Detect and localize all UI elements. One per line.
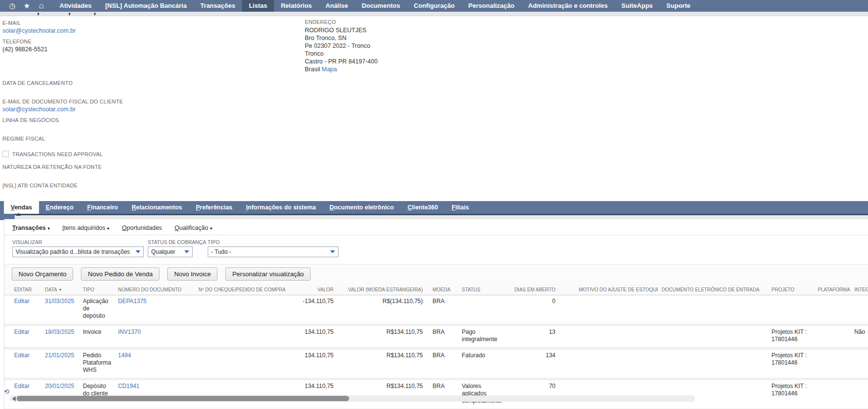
scrollbar-thumb[interactable] (17, 396, 349, 401)
cell-link[interactable]: INV1370 (118, 328, 141, 335)
cell-link[interactable]: Editar (14, 298, 29, 305)
nav-item[interactable]: Análise (319, 0, 355, 12)
cell-link[interactable]: 20/01/2025 (45, 383, 74, 389)
nav-item[interactable]: Relatórios (274, 0, 319, 12)
table-header-cell[interactable]: DOCUMENTO ELETRÔNICO DE ENTRADA (658, 284, 768, 295)
cell-link[interactable]: Editar (14, 383, 29, 389)
cell-text: 134 (546, 352, 555, 359)
address-block: ENDEREÇO RODRIGO SLEUTJESBro Tronco, SNP… (305, 19, 377, 73)
cell-text: 70 (549, 383, 555, 389)
nav-item[interactable]: [NSL] Automação Bancária (99, 0, 194, 12)
nav-item[interactable]: Transações (194, 0, 242, 12)
table-cell: 13 (507, 325, 575, 348)
scroll-left-arrow-icon[interactable] (12, 396, 16, 401)
subtab-itens-adquiridos[interactable]: Itens adquiridos (62, 225, 109, 231)
table-header-cell[interactable]: DIAS EM ABERTO (507, 284, 575, 295)
nav-item[interactable]: Listas (242, 0, 274, 12)
cell-text: Projetos KIT : 17801446 (771, 383, 807, 397)
table-cell: BRA (429, 379, 458, 409)
tab-documento-eletr-nico[interactable]: Documento eletrônico (323, 201, 401, 214)
personalizar-visualiza-o-button[interactable]: Personalizar visualização (225, 267, 311, 281)
subtab-oportunidades[interactable]: Oportunidades (122, 225, 162, 231)
table-cell: Editar (4, 295, 41, 325)
table-row: Editar20/01/2025Depósito do clienteCD194… (4, 379, 868, 409)
novo-or-amento-button[interactable]: Novo Orçamento (12, 267, 73, 281)
table-body: Editar31/03/2025Aplicação de depósitoDEP… (4, 295, 868, 409)
table-cell: Editar (4, 379, 41, 409)
clock-icon[interactable]: ◷ (5, 0, 20, 12)
map-link[interactable]: Mapa (322, 66, 337, 73)
nav-item[interactable]: Atividades (53, 0, 99, 12)
email-link[interactable]: solar@cystechsolar.com.br (2, 27, 76, 34)
tab-financeiro[interactable]: Financeiro (80, 201, 125, 214)
address-country: Brasil (305, 66, 320, 73)
horizontal-scrollbar[interactable] (10, 395, 695, 402)
table-cell: Editar (4, 325, 41, 348)
cell-link[interactable]: 21/01/2025 (45, 352, 74, 359)
subtab-indicator-dot (107, 227, 109, 229)
field-label: [NSL] ATB CONTA ENTIDADE (2, 183, 78, 188)
table-header-cell[interactable]: Nº DO CHEQUE/PEDIDO DE COMPRA (195, 284, 290, 295)
transactions-need-approval-checkbox[interactable] (2, 151, 9, 157)
table-header-cell[interactable]: VALOR (290, 284, 338, 295)
table-header-cell[interactable]: STATUS (458, 284, 507, 295)
table-header-cell[interactable]: PLATAFORMA (814, 284, 850, 295)
cell-link[interactable]: 18/03/2025 (45, 328, 74, 335)
table-cell (195, 348, 290, 379)
novo-invoice-button[interactable]: Novo Invoice (167, 267, 217, 281)
novo-pedido-de-venda-button[interactable]: Novo Pedido de Venda (81, 267, 159, 281)
table-row: Editar31/03/2025Aplicação de depósitoDEP… (4, 295, 868, 325)
table-header-cell[interactable]: PROJETO (768, 284, 814, 295)
visualizar-select[interactable]: Visualização padrão d...blista de transa… (12, 246, 144, 257)
cell-link[interactable]: 31/03/2025 (45, 298, 74, 305)
table-header-cell[interactable]: TIPO (79, 284, 114, 295)
cell-text: BRA (433, 352, 445, 359)
table-cell: 21/01/2025 (41, 348, 79, 379)
nav-item[interactable]: Configuração (407, 0, 462, 12)
table-cell: 31/03/2025 (41, 295, 79, 325)
tab-filiais[interactable]: Filiais (445, 201, 475, 214)
table-cell (575, 295, 658, 325)
cell-link[interactable]: Editar (14, 328, 29, 335)
nav-item[interactable]: SuiteApps (614, 0, 659, 12)
tab-informa-es-do-sistema[interactable]: Informações do sistema (239, 201, 323, 214)
table-header-cell[interactable]: DATA▼ (41, 284, 79, 295)
nav-item[interactable]: Suporte (660, 0, 697, 12)
subtab-transa-es[interactable]: Transações (12, 225, 50, 231)
nav-item[interactable]: Personalização (461, 0, 521, 12)
tab-prefer-ncias[interactable]: Preferências (189, 201, 239, 214)
cell-link[interactable]: DEPA1375 (118, 298, 146, 305)
cell-text: BRA (433, 298, 445, 305)
nav-item[interactable]: Administração e controles (521, 0, 614, 12)
table-header-cell[interactable]: NÚMERO DO DOCUMENTO (114, 284, 195, 295)
table-header-cell[interactable]: VALOR (MOEDA ESTRANGEIRA) (338, 284, 429, 295)
subtab-qualifica-o[interactable]: Qualificação (175, 225, 212, 231)
cell-link[interactable]: 1494 (118, 352, 131, 359)
refresh-icon[interactable]: ⟲ (4, 388, 9, 395)
star-icon[interactable]: ★ (20, 0, 34, 12)
cell-text: 134.110,75 (305, 383, 334, 389)
field-transactions-need-approval: TRANSACTIONS NEED APPROVAL (2, 151, 103, 157)
filter-visualizar: VISUALIZAR Visualização padrão d...blist… (12, 239, 144, 257)
tipo-select[interactable]: - Tudo - (208, 246, 338, 257)
table-header-cell[interactable]: EDITAR (4, 284, 41, 295)
tab-endere-o[interactable]: Endereço (39, 201, 80, 214)
cell-link[interactable]: CD1941 (118, 383, 139, 389)
email-doc-fiscal-link[interactable]: solar@cystechsolar.com.br (2, 106, 76, 113)
tab-vendas[interactable]: Vendas (4, 201, 39, 214)
address-lines: RODRIGO SLEUTJESBro Tronco, SNPe 02307 2… (305, 26, 377, 65)
table-header-cell[interactable]: MOEDA (429, 284, 458, 295)
table-header-cell[interactable]: INTEGR (850, 284, 868, 295)
status-cobranca-select[interactable]: Qualquer (148, 246, 193, 257)
home-icon[interactable]: ⌂ (34, 0, 49, 12)
tab-relacionamentos[interactable]: Relacionamentos (125, 201, 189, 214)
table-cell (195, 325, 290, 348)
chevron-down-icon (184, 250, 189, 253)
table-header-cell[interactable]: MOTIVO DO AJUSTE DE ESTOQUE (575, 284, 658, 295)
nav-item[interactable]: Documentos (355, 0, 407, 12)
table-cell: Pago integralmente (458, 325, 507, 348)
field-label: DATA DE CANCELAMENTO (2, 80, 73, 86)
filter-status-cobranca: STATUS DE COBRANÇA Qualquer (148, 239, 206, 257)
tab-cliente360[interactable]: Cliente360 (401, 201, 445, 214)
cell-link[interactable]: Editar (14, 352, 29, 359)
